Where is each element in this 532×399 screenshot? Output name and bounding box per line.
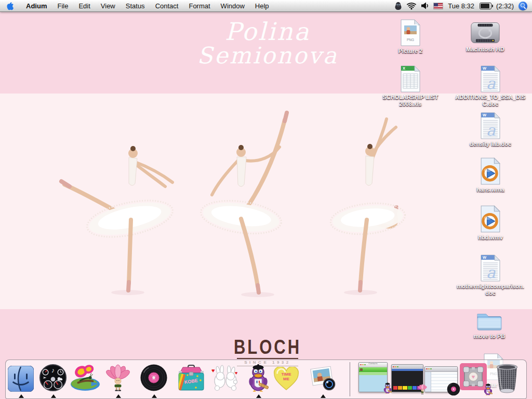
excel-file-icon [375,63,446,92]
adium-duck-menu-icon[interactable] [394,2,402,10]
mini-window-titlebar: Contacts [359,363,387,367]
desktop-icon-label: hbd.wmv [455,234,526,241]
dock-minimized-companion-cube-image[interactable] [460,363,487,392]
desktop-icon-picture-2[interactable]: Picture 2 [375,17,446,55]
desktop-icon-label: Macintosh HD [450,46,521,53]
apple-menu[interactable] [0,0,21,11]
dock-kobe-lunchbox[interactable]: KOBE [176,365,206,394]
desktop-icon-scholarship-list[interactable]: SCHOLARSHIP LIST 2008.xls [375,63,446,108]
dock-finder[interactable] [8,366,34,394]
menu-format[interactable]: Format [183,2,215,10]
word-file-icon [455,252,526,282]
menu-edit[interactable]: Edit [73,2,95,10]
dock-separator [350,362,350,396]
artist-name-line1: Polina [184,19,351,45]
menu-view[interactable]: View [96,2,121,10]
desktop-screen: Polina Semionova [0,0,532,399]
beret-duck-badge-icon [483,383,493,395]
running-indicator [19,394,24,398]
dock-candy-heart[interactable]: TIME ME [272,367,300,394]
battery-icon[interactable] [480,3,491,9]
running-indicator [152,394,157,398]
browser-toolbar [392,365,423,369]
word-file-icon [455,110,526,139]
vinyl-record-badge-icon [447,382,460,396]
dock-iphoto[interactable] [309,364,337,394]
desktop-icon-additions-to-ssa-disc[interactable]: ADDITIONS_TO_SSA_DISC.doc [455,63,526,108]
ballerinas-wallpaper-image [31,95,426,301]
dock-vinyl-record[interactable] [140,364,168,394]
desktop-icon-label: Picture 2 [375,48,446,55]
dock-kissing-bunnies[interactable] [210,365,241,394]
desktop-icon-density-lab[interactable]: density lab.doc [455,110,526,148]
wallpaper-artist-name: Polina Semionova [184,19,351,68]
lotus-badge-icon [418,384,427,394]
dock-dashboard[interactable] [39,364,67,394]
dock-minimized-itunes-window[interactable] [424,366,458,392]
desktop-icon-hbd-wmv[interactable]: hbd.wmv [455,204,526,241]
spotlight-icon[interactable] [518,2,527,10]
contact-group-row [359,367,387,372]
menu-clock[interactable]: Tue 8:32 [447,2,475,10]
menu-window[interactable]: Window [216,2,250,10]
running-indicator [116,394,121,398]
beret-duck-badge-icon [383,382,392,394]
mini-window-title: Contacts [365,363,381,365]
app-menu-adium[interactable]: Adium [21,2,52,10]
menu-contact[interactable]: Contact [150,2,184,10]
artist-name-line2: Semionova [184,44,351,68]
desktop-icon-mothernightcomparison[interactable]: mothernightcomparison.doc [455,252,526,297]
running-indicator [256,394,261,398]
dock-lotus-sprite[interactable] [105,364,130,394]
volume-icon[interactable] [421,2,429,9]
desktop-icon-label: ADDITIONS_TO_SSA_DISC.doc [455,94,526,108]
dock-butterfly-pond[interactable] [69,363,101,394]
menu-status[interactable]: Status [121,2,150,10]
png-file-icon [375,17,446,46]
us-flag-input-icon[interactable] [434,3,443,9]
dock-beret-duck[interactable] [247,363,270,394]
hard-drive-icon [450,16,521,45]
bloch-wordmark: BLOCH [222,335,313,359]
dock-trash[interactable] [493,361,522,396]
traffic-light-buttons [426,368,432,370]
itunes-toolbar [425,367,457,372]
folder-icon [454,302,525,331]
menu-bar: Adium File Edit View Status Contact Form… [0,0,532,12]
desktop-icon-label: move to PB [454,333,525,340]
dock: KOBE TIME ME Contacts [5,360,527,399]
menu-help[interactable]: Help [250,2,274,10]
running-indicator [51,394,56,398]
menu-file[interactable]: File [52,2,73,10]
desktop-icon-label: hans.wma [455,187,526,193]
word-file-icon [455,63,526,92]
thumbnail-strip [393,386,421,390]
desktop-icon-label: SCHOLARSHIP LIST 2008.xls [375,94,446,108]
dock-minimized-browser-window[interactable] [391,364,423,392]
battery-time-remaining[interactable]: (2:32) [496,2,514,10]
dock-minimized-adium-contacts-window[interactable]: Contacts [358,362,388,392]
windows-media-file-icon [455,156,526,185]
traffic-light-buttons [393,366,398,368]
running-indicator [321,394,326,398]
desktop-icon-label: mothernightcomparison.doc [455,283,526,297]
desktop-icon-move-to-pb[interactable]: move to PB [454,302,525,340]
desktop-icon-macintosh-hd[interactable]: Macintosh HD [450,16,521,53]
windows-media-file-icon [455,204,526,233]
desktop-icon-label: density lab.doc [455,141,526,148]
desktop-icon-hans-wma[interactable]: hans.wma [455,156,526,193]
wifi-icon[interactable] [407,2,416,10]
